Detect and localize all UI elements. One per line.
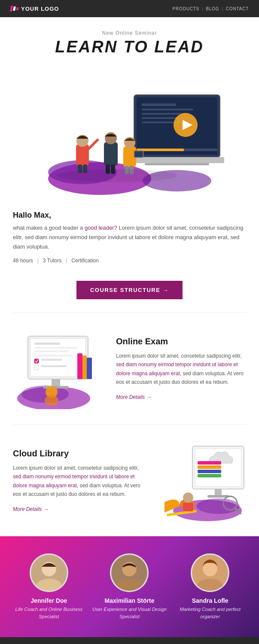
online-exam-svg	[11, 328, 101, 409]
cloud-library-content: Cloud Library Lorem ipsum dolor sit amet…	[9, 449, 147, 513]
svg-rect-10	[137, 149, 184, 151]
nav-sep-1: |	[202, 6, 203, 11]
online-exam-content: Online Exam Lorem ipsum dolor sit amet, …	[112, 337, 250, 401]
nav-contact[interactable]: CONTACT	[226, 6, 249, 11]
intro-text-before: what makes a good leader a	[13, 225, 85, 231]
svg-rect-49	[77, 353, 82, 379]
svg-point-55	[197, 498, 240, 514]
svg-rect-44	[41, 359, 62, 361]
svg-rect-51	[87, 358, 92, 379]
tutor-role-3: Marketing Coach and perfect organizer	[171, 606, 249, 620]
intro-text-highlight: good leader?	[85, 225, 117, 231]
svg-point-67	[183, 492, 193, 503]
navbar: YOUR LOGO PRODUCTS | BLOG | CONTACT	[0, 0, 259, 17]
svg-rect-60	[198, 470, 221, 473]
svg-rect-62	[215, 489, 222, 495]
svg-rect-45	[34, 365, 39, 370]
svg-rect-47	[52, 379, 60, 386]
logo-text: YOUR LOGO	[21, 6, 59, 12]
logo: YOUR LOGO	[10, 6, 59, 12]
svg-rect-17	[76, 144, 89, 166]
svg-rect-7	[142, 113, 185, 115]
svg-rect-15	[145, 163, 209, 165]
svg-rect-22	[104, 142, 118, 166]
svg-rect-5	[142, 103, 176, 106]
tutor-name-3: Sandra Lofle	[171, 597, 249, 604]
tutor-card-3: Sandra Lofle Marketing Coach and perfect…	[171, 553, 249, 620]
svg-rect-58	[198, 461, 221, 465]
tutors-section: Jennifer Doe Life Coach and Online Busin…	[0, 536, 259, 637]
hero-subtitle: New Online Seminar	[9, 30, 250, 36]
online-exam-text: Lorem ipsum dolor sit amet, consetetur s…	[116, 352, 246, 387]
nav-menu: PRODUCTS | BLOG | CONTACT	[173, 6, 249, 11]
logo-icon	[10, 6, 18, 12]
svg-line-19	[89, 140, 98, 149]
online-exam-title: Online Exam	[116, 337, 246, 346]
svg-point-53	[45, 395, 58, 406]
intro-meta: 48 hours | 3 Tutors | Certification	[13, 258, 246, 264]
svg-rect-40	[34, 355, 73, 356]
cloud-library-image	[156, 437, 250, 523]
svg-rect-61	[198, 474, 221, 477]
tutor-role-2: User Experience and Visual Design Specia…	[91, 606, 168, 620]
svg-rect-46	[41, 365, 67, 367]
cloud-library-section: Cloud Library Lorem ipsum dolor sit amet…	[0, 425, 259, 536]
online-exam-link[interactable]: More Details →	[116, 394, 152, 400]
tutor-name-2: Maximilian Störte	[91, 597, 168, 604]
svg-point-32	[57, 169, 177, 182]
nav-products[interactable]: PRODUCTS	[173, 6, 200, 11]
svg-rect-50	[82, 355, 87, 379]
svg-rect-6	[142, 109, 193, 110]
cta-container: COURSE STRUCTURE →	[0, 276, 259, 312]
meta-sep-1: |	[37, 258, 39, 264]
nav-sep-2: |	[222, 6, 223, 11]
tutor-avatar-3	[191, 553, 229, 592]
tutor-role-1: Life Coach and Online Business Specialis…	[10, 606, 88, 620]
svg-rect-68	[183, 503, 193, 511]
svg-rect-37	[34, 343, 60, 345]
svg-rect-11	[184, 149, 217, 151]
cloud-library-title: Cloud Library	[13, 449, 143, 459]
meta-hours: 48 hours	[13, 258, 33, 264]
svg-rect-59	[198, 465, 221, 469]
hero-svg	[31, 61, 229, 198]
intro-greeting: Hallo Max,	[13, 211, 246, 220]
intro-section: Hallo Max, what makes a good leader a go…	[0, 202, 259, 276]
online-exam-section: Online Exam Lorem ipsum dolor sit amet, …	[0, 313, 259, 424]
tutor-avatar-1	[30, 553, 68, 592]
hero-illustration	[0, 56, 259, 202]
meta-sep-2: |	[66, 258, 67, 264]
meta-tutors: 3 Tutors	[43, 258, 61, 264]
tutor-card-2: Maximilian Störte User Experience and Vi…	[91, 553, 168, 620]
tutor-avatar-2	[110, 553, 149, 592]
svg-point-74	[203, 562, 217, 577]
svg-rect-39	[34, 350, 69, 352]
course-structure-button[interactable]: COURSE STRUCTURE →	[76, 281, 183, 299]
svg-rect-29	[135, 152, 143, 157]
cloud-library-svg	[158, 440, 248, 521]
tutor-name-1: Jennifer Doe	[10, 597, 88, 604]
meta-certification: Certification	[71, 258, 98, 264]
svg-rect-14	[130, 157, 224, 163]
cloud-library-link[interactable]: More Details →	[13, 506, 49, 512]
tutor-card-1: Jennifer Doe Life Coach and Online Busin…	[10, 553, 88, 620]
cloud-library-text: Lorem ipsum dolor sit amet, consetetur s…	[13, 464, 143, 499]
hero-section: New Online Seminar LEARN TO LEAD	[0, 17, 259, 56]
online-exam-image	[9, 325, 103, 411]
svg-rect-38	[34, 347, 77, 349]
footer: f t ▶ ⊕ ◎ in Webview Recommend newslette…	[0, 637, 259, 644]
nav-blog[interactable]: BLOG	[206, 6, 219, 11]
svg-rect-41	[34, 359, 39, 363]
intro-text: what makes a good leader a good leader? …	[13, 223, 246, 252]
hero-title: LEARN TO LEAD	[9, 38, 250, 56]
